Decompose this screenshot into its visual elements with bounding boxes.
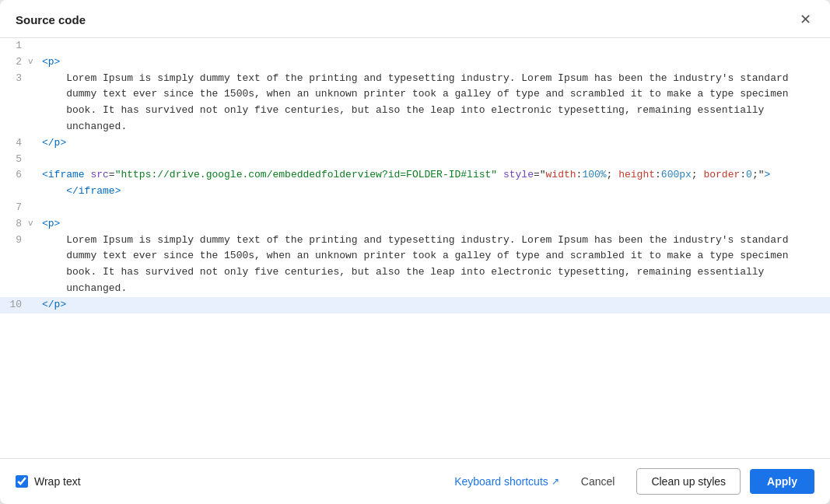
code-line: 8 v <p>: [0, 216, 830, 233]
code-line: 10 </p>: [0, 297, 830, 313]
wrap-text-label[interactable]: Wrap text: [16, 475, 81, 488]
cancel-button[interactable]: Cancel: [569, 469, 628, 494]
code-line: 2 v <p>: [0, 54, 830, 71]
code-line: 9 Lorem Ipsum is simply dummy text of th…: [0, 233, 830, 297]
line-number: 8: [0, 216, 28, 233]
line-number: 4: [0, 135, 28, 152]
cleanup-button[interactable]: Clean up styles: [636, 468, 741, 495]
line-chevron: [28, 167, 39, 200]
line-content: <p>: [39, 54, 830, 71]
code-line: 3 Lorem Ipsum is simply dummy text of th…: [0, 71, 830, 135]
keyboard-shortcuts-link[interactable]: Keyboard shortcuts ↗: [454, 475, 559, 488]
line-number: 2: [0, 54, 28, 71]
line-content: </p>: [39, 135, 830, 152]
line-content: Lorem Ipsum is simply dummy text of the …: [39, 71, 830, 135]
line-number: 3: [0, 71, 28, 135]
line-chevron: v: [28, 216, 39, 233]
line-content: [39, 152, 830, 168]
line-chevron: v: [28, 54, 39, 71]
close-button[interactable]: ✕: [797, 11, 814, 28]
code-line: 4 </p>: [0, 135, 830, 152]
line-chevron: [28, 71, 39, 135]
code-editor-area[interactable]: 1 2 v <p> 3 Lorem Ipsum is simply dummy …: [0, 38, 830, 458]
line-chevron: [28, 233, 39, 297]
line-content: <iframe src="https://drive.google.com/em…: [39, 167, 830, 200]
line-number: 1: [0, 38, 28, 54]
line-content: [39, 200, 830, 216]
code-line: 7: [0, 200, 830, 216]
line-number: 10: [0, 297, 28, 313]
line-chevron: [28, 135, 39, 152]
line-content: <p>: [39, 216, 830, 233]
line-chevron: [28, 200, 39, 216]
line-number: 9: [0, 233, 28, 297]
line-chevron: [28, 152, 39, 168]
line-number: 5: [0, 152, 28, 168]
line-chevron: [28, 38, 39, 54]
line-content: Lorem Ipsum is simply dummy text of the …: [39, 233, 830, 297]
line-content: [39, 38, 830, 54]
wrap-text-text: Wrap text: [34, 475, 81, 488]
code-line: 5: [0, 152, 830, 168]
line-number: 6: [0, 167, 28, 200]
keyboard-shortcuts-label: Keyboard shortcuts: [454, 475, 548, 488]
dialog-footer: Wrap text Keyboard shortcuts ↗ Cancel Cl…: [0, 458, 830, 504]
external-link-icon: ↗: [552, 476, 559, 487]
line-number: 7: [0, 200, 28, 216]
code-line: 1: [0, 38, 830, 54]
apply-button[interactable]: Apply: [750, 469, 814, 494]
code-line: 6 <iframe src="https://drive.google.com/…: [0, 167, 830, 200]
code-editor[interactable]: 1 2 v <p> 3 Lorem Ipsum is simply dummy …: [0, 38, 830, 313]
wrap-text-checkbox[interactable]: [16, 475, 28, 488]
line-chevron: [28, 297, 39, 313]
source-code-dialog: Source code ✕ 1 2 v <p> 3 Lorem Ipsum is…: [0, 0, 830, 504]
dialog-title: Source code: [16, 13, 86, 26]
line-content: </p>: [39, 297, 830, 313]
dialog-header: Source code ✕: [0, 0, 830, 38]
